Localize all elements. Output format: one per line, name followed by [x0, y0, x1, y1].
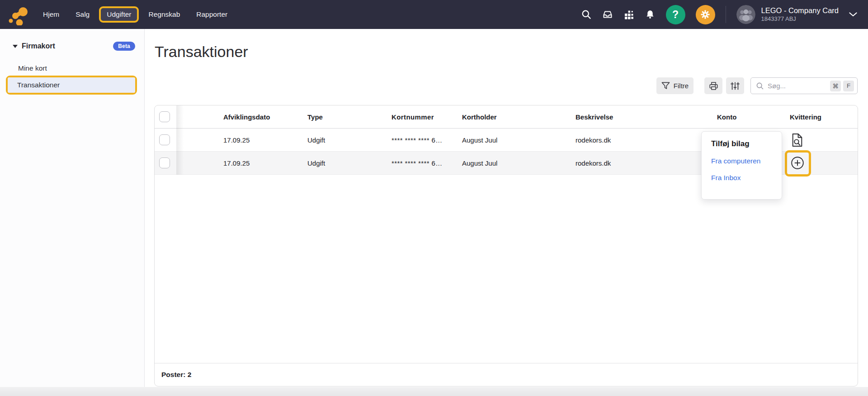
page-title: Transaktioner	[155, 43, 248, 61]
account-menu[interactable]: LEGO - Company Card 1843377 ABJ	[736, 5, 857, 24]
col-header-beskrivelse[interactable]: Beskrivelse	[576, 105, 613, 129]
select-all-checkbox[interactable]	[159, 111, 170, 122]
funnel-icon	[661, 82, 670, 90]
cell-kortholder: August Juul	[462, 152, 497, 175]
inbox-icon[interactable]	[602, 9, 613, 20]
search-icon[interactable]	[581, 9, 592, 20]
keyboard-shortcut-cmd: ⌘	[830, 81, 841, 91]
nav-item-rapporter[interactable]: Rapporter	[189, 6, 234, 23]
plus-circle-icon	[791, 156, 804, 170]
account-labels: LEGO - Company Card 1843377 ABJ	[761, 6, 839, 23]
row-checkbox[interactable]	[159, 157, 170, 168]
cell-type: Udgift	[307, 152, 325, 175]
table-footer: Poster: 2	[155, 363, 858, 386]
printer-icon	[708, 81, 719, 91]
sidebar-item-mine-kort[interactable]: Mine kort	[18, 64, 47, 72]
table-header-row: Afviklingsdato Type Kortnummer Kortholde…	[155, 105, 858, 129]
search-input[interactable]	[768, 82, 828, 90]
receipt-view-button[interactable]	[791, 133, 803, 148]
viewport-bottom-edge	[0, 387, 868, 396]
sidebar-section-label: Firmakort	[22, 42, 55, 50]
popup-title: Tilføj bilag	[711, 139, 772, 148]
settings-button[interactable]	[696, 5, 715, 24]
filter-button[interactable]: Filtre	[656, 77, 693, 94]
sliders-icon	[730, 81, 740, 91]
question-icon: ?	[672, 10, 679, 20]
column-settings-button[interactable]	[726, 77, 744, 94]
sidebar-item-transaktioner[interactable]: Transaktioner	[8, 77, 135, 93]
beta-badge: Beta	[113, 42, 135, 51]
account-name: LEGO - Company Card	[761, 6, 839, 15]
nav-item-hjem[interactable]: Hjem	[36, 6, 66, 23]
add-attachment-popup: Tilføj bilag Fra computeren Fra Inbox	[701, 131, 782, 200]
cell-afviklingsdato: 17.09.25	[223, 129, 250, 152]
chevron-down-icon[interactable]	[849, 12, 857, 17]
filter-button-label: Filtre	[674, 82, 689, 90]
topbar: Hjem Salg Udgifter Regnskab Rapporter	[0, 0, 868, 29]
col-header-konto[interactable]: Konto	[717, 105, 736, 129]
sidebar: Firmakort Beta Mine kort Transaktioner	[0, 29, 145, 387]
nav-item-salg[interactable]: Salg	[69, 6, 96, 23]
app-window: Hjem Salg Udgifter Regnskab Rapporter	[0, 0, 868, 396]
cell-afviklingsdato: 17.09.25	[223, 152, 250, 175]
topbar-actions: ?	[581, 5, 868, 24]
apps-grid-icon[interactable]	[623, 9, 634, 20]
print-button[interactable]	[704, 77, 722, 94]
notifications-bell-icon[interactable]	[645, 9, 656, 20]
col-header-afviklingsdato[interactable]: Afviklingsdato	[223, 105, 270, 129]
collapse-caret-icon[interactable]	[13, 45, 18, 48]
billy-logo[interactable]	[6, 4, 28, 25]
cell-type: Udgift	[307, 129, 325, 152]
col-header-kortholder[interactable]: Kortholder	[462, 105, 497, 129]
sidebar-section-firmakort[interactable]: Firmakort Beta	[13, 42, 135, 51]
nav-item-regnskab[interactable]: Regnskab	[142, 6, 187, 23]
keyboard-shortcut-f: F	[843, 81, 854, 91]
row-checkbox[interactable]	[159, 134, 170, 145]
cell-kortnummer: **** **** **** 6…	[392, 129, 443, 152]
highlight-box-transaktioner: Transaktioner	[6, 76, 137, 95]
cell-beskrivelse: rodekors.dk	[576, 129, 611, 152]
col-header-type[interactable]: Type	[307, 105, 323, 129]
col-header-kortnummer[interactable]: Kortnummer	[392, 105, 434, 129]
help-button[interactable]: ?	[666, 5, 685, 24]
receipt-preview-icon	[791, 133, 803, 147]
main-nav: Hjem Salg Udgifter Regnskab Rapporter	[36, 6, 234, 23]
search-input-icon	[756, 82, 764, 90]
account-number: 1843377 ABJ	[761, 15, 839, 23]
col-header-kvittering[interactable]: Kvittering	[790, 105, 821, 129]
popup-option-fra-inbox[interactable]: Fra Inbox	[711, 174, 772, 182]
search-box: ⌘ F	[750, 77, 858, 94]
cell-beskrivelse: rodekors.dk	[576, 152, 611, 175]
record-count: Poster: 2	[161, 371, 191, 379]
add-receipt-button[interactable]	[791, 156, 804, 171]
avatar	[736, 5, 755, 24]
cell-kortholder: August Juul	[462, 129, 497, 152]
topbar-divider	[726, 6, 726, 23]
gear-icon	[699, 9, 711, 20]
cell-kortnummer: **** **** **** 6…	[392, 152, 443, 175]
popup-option-fra-computeren[interactable]: Fra computeren	[711, 157, 772, 165]
nav-item-udgifter[interactable]: Udgifter	[99, 6, 139, 23]
